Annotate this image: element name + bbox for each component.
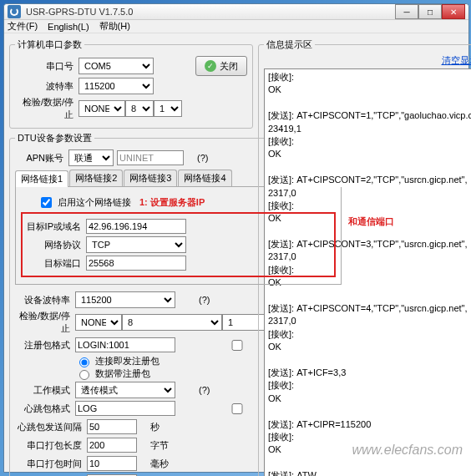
check-icon: ✓ [205,60,216,72]
server-config-box: 和通信端口 目标IP或域名 网络协议 TCP 目标端口 [21,212,336,277]
tab-body: 启用这个网络链接 1: 设置服务器IP 和通信端口 目标IP或域名 [15,187,342,285]
reg-label: 注册包格式 [15,339,75,352]
menubar: 文件(F) English(L) 帮助(H) [4,20,468,33]
hbint-input[interactable] [87,419,137,434]
ip-label: 目标IP或域名 [26,220,86,233]
close-button[interactable]: ✕ [442,4,465,19]
port-select[interactable]: COM5 [78,58,154,74]
hb-label: 心跳包格式 [15,403,75,415]
dport-label: 目标端口 [26,257,86,270]
hbint-unit: 秒 [150,421,160,433]
tab-net4[interactable]: 网络链接4 [178,170,231,186]
mode-label: 工作模式 [15,384,75,397]
dev-parity-select[interactable]: NONE [75,314,122,331]
info-legend: 信息提示区 [264,38,315,51]
enable-net-check[interactable]: 启用这个网络链接 [38,195,131,210]
port-label: 串口号 [15,60,78,73]
dev-help1[interactable]: (?) [199,295,210,305]
reg-input[interactable] [75,337,175,352]
mode-select[interactable]: 透传模式 [75,382,175,398]
stopbits-select[interactable]: 1 [154,100,182,117]
window-buttons: ─ □ ✕ [395,4,465,19]
pkttime-label: 串口打包时间 [15,458,87,470]
pktlen-unit: 字节 [150,439,169,452]
apn-help[interactable]: (?) [197,153,208,163]
ip-input[interactable] [86,219,186,234]
maximize-button[interactable]: □ [418,4,442,19]
dev-baud-select[interactable]: 115200 [75,291,175,308]
menu-help[interactable]: 帮助(H) [99,20,130,33]
annot1b: 和通信端口 [348,215,394,228]
proto-label: 网络协议 [26,239,86,251]
left-column: 计算机串口参数 串口号 COM5 ✓ 关闭 波特率 115200 检验/数据/停… [9,38,253,476]
reg-r1-label: 连接即发注册包 [95,355,160,367]
tab-net2[interactable]: 网络链接2 [69,170,123,186]
body: 计算机串口参数 串口号 COM5 ✓ 关闭 波特率 115200 检验/数据/停… [4,33,468,476]
tab-net1[interactable]: 网络链接1 [15,170,68,187]
menu-english[interactable]: English(L) [48,22,89,32]
close-btn-label: 关闭 [220,60,238,73]
clear-log-link[interactable]: 清空显示区 [442,55,472,65]
proto-select[interactable]: TCP [86,236,186,253]
minimize-button[interactable]: ─ [395,4,418,19]
reg-radio1[interactable] [79,357,89,367]
app-icon [8,5,21,18]
pkttime-input[interactable] [87,456,137,471]
hbint-label: 心跳包发送间隔 [15,421,87,433]
pktlen-input[interactable] [87,438,137,453]
dev-check-label: 检验/数据/停止 [15,310,75,335]
baud-label: 波特率 [15,80,78,93]
tab-net3[interactable]: 网络链接3 [124,170,177,186]
annot1a: 设置服务器IP [150,197,205,207]
hb-input[interactable] [75,401,175,416]
annot1-num: 1: [139,197,148,207]
apn-text[interactable] [117,150,184,165]
apn-label: APN账号 [15,152,68,165]
databits-select[interactable]: 8 [125,100,154,117]
dport-input[interactable] [86,256,186,271]
window-title: USR-GPRS-DTU V1.7.5.0 [26,7,395,17]
pkttime-unit: 毫秒 [150,458,169,470]
parity-select[interactable]: NONE [78,100,125,117]
enable-label: 启用这个网络链接 [58,196,131,209]
titlebar: USR-GPRS-DTU V1.7.5.0 ─ □ ✕ [4,4,468,20]
check-label: 检验/数据/停止 [15,96,78,121]
dev-databits-select[interactable]: 8 [122,314,222,331]
dev-baud-label: 设备波特率 [15,294,75,306]
serial-legend: 计算机串口参数 [15,38,84,51]
menu-file[interactable]: 文件(F) [8,20,38,33]
pktlen-label: 串口打包长度 [15,439,87,452]
dtu-legend: DTU设备参数设置 [15,132,94,144]
reg-radio2[interactable] [79,370,89,380]
apn-select[interactable]: 联通 [68,149,114,166]
mode-help[interactable]: (?) [199,385,210,395]
enable-checkbox[interactable] [41,197,52,208]
app-window: USR-GPRS-DTU V1.7.5.0 ─ □ ✕ 文件(F) Englis… [3,3,469,473]
baud-select[interactable]: 115200 [78,78,154,94]
serial-group: 计算机串口参数 串口号 COM5 ✓ 关闭 波特率 115200 检验/数据/停… [9,38,253,129]
serial-close-button[interactable]: ✓ 关闭 [195,56,247,76]
reg-r2-label: 数据带注册包 [95,367,150,380]
